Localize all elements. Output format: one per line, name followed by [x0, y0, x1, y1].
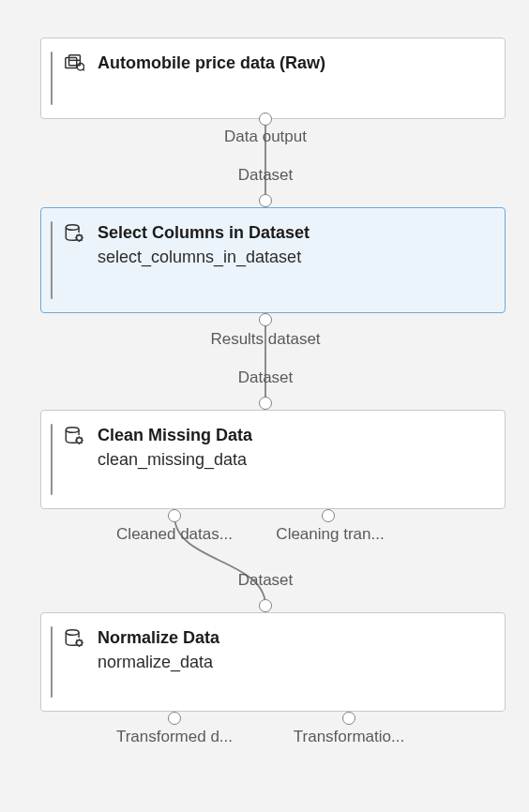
node-accent — [51, 52, 53, 105]
port-out[interactable] — [322, 509, 335, 522]
dataset-icon — [64, 53, 84, 74]
svg-point-5 — [66, 225, 79, 231]
node-accent — [51, 221, 53, 299]
node-subtitle: normalize_data — [98, 651, 219, 673]
node-title: Select Columns in Dataset — [98, 221, 310, 244]
node-title: Clean Missing Data — [98, 424, 252, 446]
node-subtitle: clean_missing_data — [98, 448, 252, 471]
node-title: Normalize Data — [98, 626, 219, 649]
port-label: Cleaned datas... — [116, 525, 233, 544]
port-out[interactable] — [168, 509, 181, 522]
node-subtitle: select_columns_in_dataset — [98, 246, 310, 268]
port-out[interactable] — [259, 313, 272, 326]
port-out[interactable] — [168, 712, 181, 725]
port-label: Transformatio... — [294, 728, 404, 746]
edge-type-label: Dataset — [238, 571, 294, 590]
port-in[interactable] — [259, 397, 272, 410]
port-in[interactable] — [259, 599, 272, 612]
db-gear-icon — [64, 426, 84, 446]
port-out[interactable] — [342, 712, 355, 725]
pipeline-canvas[interactable]: Automobile price data (Raw) Data output … — [0, 0, 529, 812]
node-select-columns[interactable]: Select Columns in Dataset select_columns… — [40, 207, 506, 313]
node-automobile-price-data[interactable]: Automobile price data (Raw) — [40, 38, 506, 119]
port-label: Results dataset — [210, 330, 320, 349]
edge-type-label: Dataset — [238, 166, 294, 185]
db-gear-icon — [64, 223, 84, 244]
db-gear-icon — [64, 628, 84, 649]
node-normalize-data[interactable]: Normalize Data normalize_data — [40, 612, 506, 712]
node-title: Automobile price data (Raw) — [98, 52, 325, 74]
port-label: Cleaning tran... — [276, 525, 384, 544]
node-accent — [51, 424, 53, 495]
svg-point-9 — [66, 630, 79, 636]
edge-type-label: Dataset — [238, 368, 294, 387]
svg-line-4 — [83, 69, 84, 71]
port-label: Data output — [224, 128, 307, 146]
port-out[interactable] — [259, 113, 272, 126]
svg-point-7 — [66, 428, 79, 433]
port-in[interactable] — [259, 194, 272, 207]
port-label: Transformed d... — [116, 728, 233, 746]
node-clean-missing-data[interactable]: Clean Missing Data clean_missing_data — [40, 410, 506, 509]
svg-rect-0 — [66, 58, 77, 68]
node-accent — [51, 626, 53, 698]
